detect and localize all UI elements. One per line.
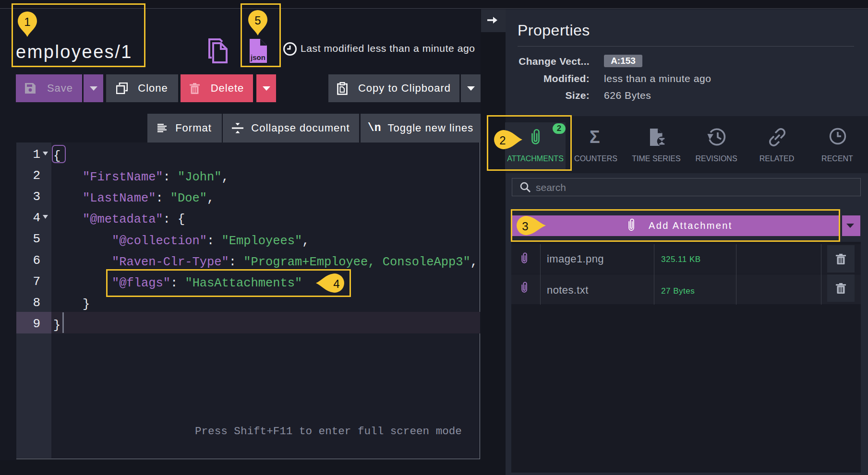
svg-text:3: 3 xyxy=(522,220,528,233)
svg-text:1: 1 xyxy=(24,15,30,28)
svg-text:4: 4 xyxy=(333,277,339,290)
svg-text:2: 2 xyxy=(499,134,506,147)
svg-text:5: 5 xyxy=(254,14,261,27)
